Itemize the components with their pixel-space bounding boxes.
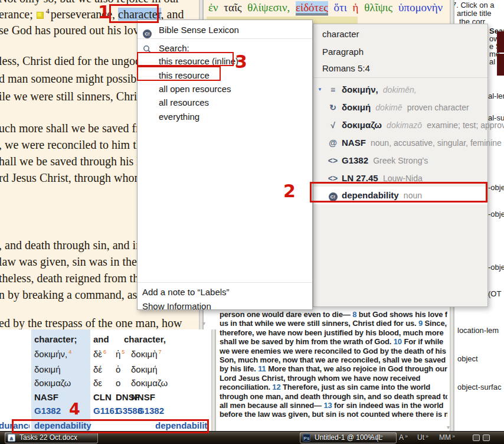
greek-text-line: ἐν ταῖς θλίψεσιν, εἰδότες ὅτι ἡ θλῖψις ὑ…	[208, 1, 443, 14]
flyout-entry-lemma[interactable]: ↻ δοκιμή dokimē proven character	[313, 99, 487, 116]
taskbar-button-word-doc[interactable]: A Tasks 22 Oct.docx	[5, 432, 98, 443]
table-cell[interactable]: NASF	[34, 392, 58, 402]
bible-line: d man someone might possibl	[0, 72, 140, 86]
table-cell[interactable]: NNSF	[131, 392, 155, 402]
bible-line: law was given, sin was in the w	[0, 255, 148, 269]
maroon-highlight-block	[497, 54, 504, 76]
greek-word-highlighted[interactable]: εἰδότες	[296, 1, 328, 15]
bible-line: se God has poured out his love	[0, 24, 145, 37]
language-bar-icon[interactable]	[473, 435, 480, 441]
entry-main-text: NASF	[342, 138, 366, 148]
tray-icon[interactable]	[483, 435, 490, 441]
greek-word[interactable]: ὑπομονὴν	[398, 1, 443, 14]
table-cell[interactable]: δέ	[93, 364, 102, 374]
table-cell[interactable]: δοκιμή	[34, 364, 61, 374]
menu-item-show-information[interactable]: Show Information	[138, 299, 312, 313]
table-cell[interactable]: character;	[34, 334, 77, 344]
greek-word[interactable]: ταῖς	[224, 1, 241, 14]
bible-line: , and death through sin, and in	[0, 239, 142, 252]
table-cell[interactable]: δοκιμή	[131, 364, 158, 374]
bible-line: rd Jesus Christ, through whom	[0, 171, 143, 185]
flyout-item-character[interactable]: character	[322, 29, 359, 39]
annotation-box-3a	[137, 52, 234, 66]
panel-fragment: -obje	[488, 263, 504, 272]
word-document-icon: A	[8, 434, 15, 442]
taskbar-button-label: Tasks 22 Oct.docx	[19, 433, 77, 442]
bible-line: uch more shall we be saved fro	[0, 122, 146, 135]
chevron-icon[interactable]: »	[452, 433, 455, 439]
chevron-icon[interactable]: »	[405, 433, 408, 439]
flyout-entry-root[interactable]: √ δοκιμαζω dokimazō examine; test; appro…	[313, 117, 487, 133]
bible-line: theless, death reigned from th	[0, 272, 139, 285]
flyout-entry-strongs[interactable]: <> G1382 Greek Strong's	[313, 152, 487, 169]
table-cell[interactable]: ὁ	[116, 364, 120, 374]
pane-splitter[interactable]	[211, 329, 216, 431]
panel-fragment: -obje	[488, 210, 504, 218]
panel-fragment: al-lem	[488, 92, 504, 100]
interlinear-ribbon-pane[interactable]: character; and character, δοκιμήν,4 δὲ6 …	[0, 329, 211, 431]
label-fragment: object-surfac	[457, 383, 501, 391]
menu-item-search-everything[interactable]: everything	[138, 110, 312, 123]
panel-fragment: (OT	[488, 289, 501, 298]
label-fragment: object	[457, 354, 478, 363]
greek-word[interactable]: ἡ	[353, 1, 359, 14]
table-cell[interactable]: δοκιμαζω	[131, 378, 168, 388]
strongs-link[interactable]: G1382	[34, 406, 61, 416]
entry-transliteration: dokimēn,	[383, 85, 417, 94]
root-icon: √	[328, 117, 338, 133]
annotation-marker-1: 1	[98, 4, 110, 21]
lemma-icon: ↻	[328, 99, 338, 116]
note-indicator-icon[interactable]	[37, 12, 44, 19]
annotation-box-3b	[137, 66, 221, 81]
menu-item-search-all-resources[interactable]: all resources	[138, 96, 312, 109]
taskbar-toolbar-ad[interactable]: Ad»	[370, 433, 383, 442]
table-cell[interactable]: ἡ5	[116, 349, 125, 359]
flyout-item-paragraph[interactable]: Paragraph	[322, 47, 364, 57]
annotation-box-4	[12, 419, 209, 433]
menu-item-bible-sense-lexicon[interactable]: C! Bible Sense Lexicon	[138, 23, 312, 37]
chevron-icon[interactable]: »	[380, 433, 383, 439]
menu-item-search-all-open-resources[interactable]: all open resources	[138, 82, 312, 96]
esv-text-block: person one would dare even to die— 8 but…	[220, 310, 447, 419]
flyout-entry-morphology[interactable]: @ NASF noun, accusative, singular, femin…	[313, 135, 487, 151]
chevron-icon[interactable]: »	[426, 433, 428, 439]
table-cell[interactable]: δοκιμαζω	[34, 378, 71, 388]
table-cell[interactable]: δὲ6	[93, 349, 106, 359]
greek-word[interactable]: ἐν	[208, 1, 218, 14]
panel-fragment: -obje	[488, 183, 504, 192]
bible-text-fragment: , and	[161, 8, 184, 21]
annotation-box-1	[109, 4, 159, 23]
context-menu-flyout: character Paragraph Romans 5:4 ▼ ≡ δοκιμ…	[313, 24, 488, 307]
taskbar-toolbar-mm[interactable]: MM»	[439, 433, 455, 442]
greek-word[interactable]: θλῖψις	[364, 1, 392, 14]
expander-triangle-icon[interactable]: ▼	[318, 81, 322, 98]
greek-word[interactable]: ὅτι	[334, 1, 347, 14]
taskbar-toolbar-a[interactable]: A»	[399, 433, 408, 442]
entry-main-text: δοκιμήν,	[342, 84, 378, 94]
table-cell[interactable]: δοκιμὴ7	[131, 349, 162, 359]
taskbar-toolbar-ut[interactable]: Ut»	[417, 433, 428, 442]
bible-line: n by breaking a command, as di	[0, 288, 149, 302]
scroll-down-arrow-icon[interactable]: ▾	[447, 424, 450, 430]
table-cell[interactable]: CLN	[93, 392, 112, 402]
instruction-fragment: article title	[457, 9, 492, 18]
greek-word[interactable]: θλίψεσιν,	[247, 1, 290, 14]
instruction-fragment: 7. Click on a	[454, 1, 495, 9]
menu-item-add-note[interactable]: Add a note to “Labels”	[138, 285, 312, 299]
table-cell[interactable]: δοκιμήν,4	[34, 349, 71, 359]
table-cell[interactable]: ο	[116, 378, 120, 388]
scroll-up-arrow-icon[interactable]: ▾	[202, 320, 205, 327]
entry-description: examine; test; approve	[427, 120, 504, 130]
strongs-link[interactable]: G1382	[138, 406, 164, 416]
table-cell[interactable]: and	[93, 334, 109, 344]
bible-line: less, Christ died for the ungod	[0, 54, 141, 68]
table-cell[interactable]: character,	[124, 334, 166, 344]
annotation-marker-2: 2	[283, 182, 296, 200]
flyout-item-reference[interactable]: Romans 5:4	[322, 63, 370, 73]
strongs-icon: <>	[328, 152, 338, 169]
flyout-entry-manuscript[interactable]: ▼ ≡ δοκιμήν, dokimēn,	[313, 81, 487, 98]
table-cell[interactable]: δε	[93, 378, 102, 388]
entry-main-text: δοκιμαζω	[342, 120, 382, 130]
entry-description: proven character	[407, 103, 469, 112]
morphology-icon: @	[328, 135, 338, 151]
